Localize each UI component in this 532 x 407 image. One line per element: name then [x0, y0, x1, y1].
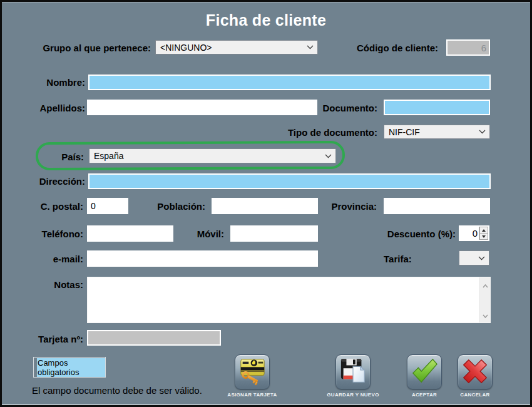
scroll-up-icon[interactable] [483, 279, 488, 291]
movil-label: Móvil: [171, 229, 224, 239]
ficha-de-cliente-window: Ficha de cliente Grupo al que pertenece:… [0, 0, 532, 407]
tarjeta-label: Tarjeta nº: [21, 334, 83, 344]
email-label: e-mail: [21, 254, 83, 264]
cancelar-button-label: CANCELAR [446, 392, 504, 398]
grupo-label: Grupo al que pertenece: [27, 43, 151, 53]
tarjeta-input [87, 330, 221, 346]
guardar-y-nuevo-button[interactable] [335, 354, 371, 389]
tarifa-label: Tarifa: [384, 254, 427, 264]
guardar-y-nuevo-button-label: GUARDAR Y NUEVO [324, 392, 382, 398]
required-fields-note: Campos obligatorios [37, 358, 105, 377]
chevron-down-icon [307, 45, 316, 49]
codigo-label: Código de cliente: [340, 43, 438, 53]
movil-input[interactable] [230, 225, 318, 242]
pais-label: País: [27, 152, 84, 162]
triangle-down-icon [482, 235, 486, 238]
descuento-spinner[interactable] [459, 225, 489, 241]
floppy-disk-new-icon [339, 357, 367, 388]
direccion-input[interactable] [88, 173, 491, 189]
telefono-label: Teléfono: [21, 229, 83, 239]
nombre-label: Nombre: [21, 77, 85, 88]
descuento-label: Descuento (%): [362, 229, 456, 239]
asignar-tarjeta-button-label: ASIGNAR TARJETA [223, 392, 281, 398]
tipo-documento-selected-value: NIF-CIF [389, 127, 420, 137]
tipo-documento-select[interactable]: NIF-CIF [384, 125, 490, 139]
grupo-select[interactable]: <NINGUNO> [155, 40, 318, 54]
grupo-selected-value: <NINGUNO> [160, 43, 212, 53]
poblacion-input[interactable] [212, 198, 318, 214]
telefono-input[interactable] [87, 225, 173, 242]
aceptar-button-label: ACEPTAR [396, 392, 453, 398]
chevron-down-icon [479, 130, 488, 134]
chevron-down-icon [478, 256, 488, 260]
provincia-label: Provincia: [309, 201, 377, 212]
direccion-label: Dirección: [21, 176, 85, 187]
provincia-input[interactable] [384, 198, 490, 214]
codigo-input [446, 39, 490, 56]
tipo-documento-label: Tipo de documento: [271, 127, 377, 138]
pais-selected-value: España [94, 151, 123, 161]
cancelar-button[interactable] [458, 354, 493, 389]
credit-card-key-icon [238, 357, 267, 388]
notas-label: Notas: [21, 279, 83, 290]
validation-message: El campo documento debe de ser válido. [32, 385, 202, 396]
descuento-input[interactable] [460, 227, 479, 240]
email-input[interactable] [87, 250, 318, 267]
tarifa-select[interactable] [459, 250, 489, 265]
chevron-down-icon [325, 154, 334, 158]
notas-scrollbar[interactable] [479, 277, 490, 322]
notas-textarea-box [87, 277, 491, 323]
asignar-tarjeta-button[interactable] [235, 354, 270, 389]
red-cross-icon [461, 357, 489, 388]
apellidos-input[interactable] [87, 100, 317, 115]
spinner-down-button[interactable] [479, 234, 488, 240]
green-check-icon [410, 357, 439, 388]
poblacion-label: Población: [136, 201, 205, 212]
triangle-up-icon [482, 229, 486, 232]
apellidos-label: Apellidos: [21, 103, 85, 113]
nombre-input[interactable] [88, 75, 491, 90]
page-title: Ficha de cliente [2, 11, 530, 29]
scroll-down-icon[interactable] [483, 309, 488, 321]
c-postal-input[interactable] [87, 198, 128, 214]
notas-textarea[interactable] [88, 277, 479, 322]
aceptar-button[interactable] [407, 354, 442, 389]
documento-input[interactable] [384, 100, 490, 115]
spinner-up-button[interactable] [479, 227, 488, 234]
c-postal-label: C. postal: [21, 201, 83, 212]
required-fields-box: Campos obligatorios [33, 357, 106, 378]
pais-select[interactable]: España [89, 148, 336, 163]
documento-label: Documento: [302, 103, 377, 113]
